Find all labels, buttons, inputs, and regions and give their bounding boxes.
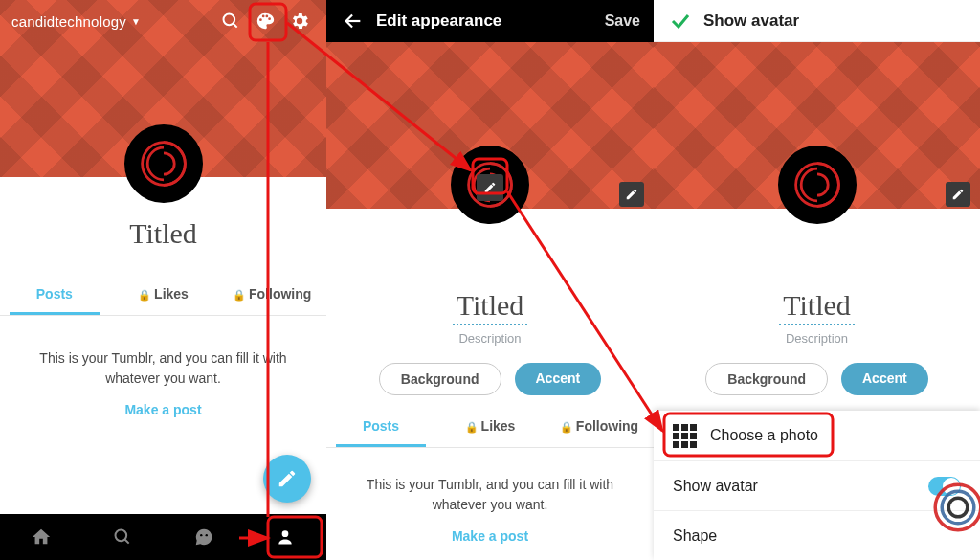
confirm-check-icon[interactable] — [663, 4, 698, 38]
svg-point-12 — [942, 491, 974, 524]
tab-following[interactable]: 🔒Following — [545, 405, 654, 447]
svg-point-3 — [115, 530, 126, 542]
header-title: Edit appearance — [376, 11, 501, 31]
nav-home-icon[interactable] — [22, 518, 60, 556]
blog-name[interactable]: candidtechnology — [11, 13, 126, 30]
edit-header-button[interactable] — [946, 182, 970, 207]
lock-icon: 🔒 — [233, 289, 246, 301]
edit-header-button[interactable] — [619, 182, 644, 207]
nav-search-icon[interactable] — [103, 518, 142, 556]
tab-likes[interactable]: 🔒Likes — [435, 405, 545, 447]
panel-blog: candidtechnology ▼ Titled Posts 🔒Likes 🔒… — [0, 0, 326, 560]
shape-label: Shape — [673, 527, 717, 545]
search-icon[interactable] — [213, 4, 248, 38]
bottom-nav — [0, 514, 326, 560]
avatar-image[interactable] — [124, 124, 203, 203]
empty-state-text: This is your Tumblr, and you can fill it… — [326, 475, 654, 515]
choose-photo-label: Choose a photo — [710, 427, 818, 444]
background-button[interactable]: Background — [379, 363, 501, 395]
svg-point-13 — [948, 498, 968, 517]
background-button[interactable]: Background — [705, 363, 828, 395]
edit-avatar-button[interactable] — [477, 174, 503, 201]
choose-photo-row[interactable]: Choose a photo — [654, 411, 980, 460]
accent-button[interactable]: Accent — [515, 363, 602, 395]
lock-icon: 🔒 — [560, 421, 573, 433]
svg-point-6 — [206, 534, 208, 536]
palette-icon[interactable] — [248, 4, 282, 38]
avatar-image[interactable] — [778, 146, 857, 224]
description-field[interactable]: Description — [654, 331, 980, 346]
panel-edit-appearance: Edit appearance Save Titled Description … — [326, 0, 654, 560]
back-arrow-icon[interactable] — [336, 4, 370, 38]
chevron-down-icon[interactable]: ▼ — [131, 16, 141, 27]
compose-fab[interactable] — [263, 455, 311, 503]
accent-button[interactable]: Accent — [841, 363, 928, 395]
watermark-logo — [924, 474, 980, 545]
svg-point-0 — [224, 14, 235, 26]
empty-state-text: This is your Tumblr, and you can fill it… — [0, 348, 326, 389]
blog-title-editable[interactable]: Titled — [453, 289, 528, 325]
svg-line-4 — [124, 540, 128, 544]
blog-title-editable[interactable]: Titled — [779, 289, 855, 325]
make-post-link[interactable]: Make a post — [326, 528, 654, 544]
show-avatar-label: Show avatar — [673, 478, 758, 495]
grid-icon — [673, 424, 697, 448]
make-post-link[interactable]: Make a post — [0, 402, 326, 417]
tab-posts[interactable]: Posts — [0, 273, 109, 315]
blog-title: Titled — [0, 217, 326, 250]
gear-icon[interactable] — [282, 4, 317, 38]
nav-profile-icon[interactable] — [266, 518, 304, 556]
tab-likes[interactable]: 🔒Likes — [109, 273, 218, 315]
svg-line-1 — [234, 24, 237, 28]
lock-icon: 🔒 — [465, 421, 479, 433]
svg-point-5 — [200, 534, 202, 536]
nav-messages-icon[interactable] — [185, 518, 223, 556]
description-field[interactable]: Description — [326, 331, 654, 346]
header-title: Show avatar — [703, 11, 799, 31]
tab-following[interactable]: 🔒Following — [217, 273, 326, 315]
save-button[interactable]: Save — [605, 12, 644, 30]
svg-point-7 — [282, 530, 289, 537]
lock-icon: 🔒 — [138, 289, 151, 301]
tab-posts[interactable]: Posts — [326, 405, 435, 447]
